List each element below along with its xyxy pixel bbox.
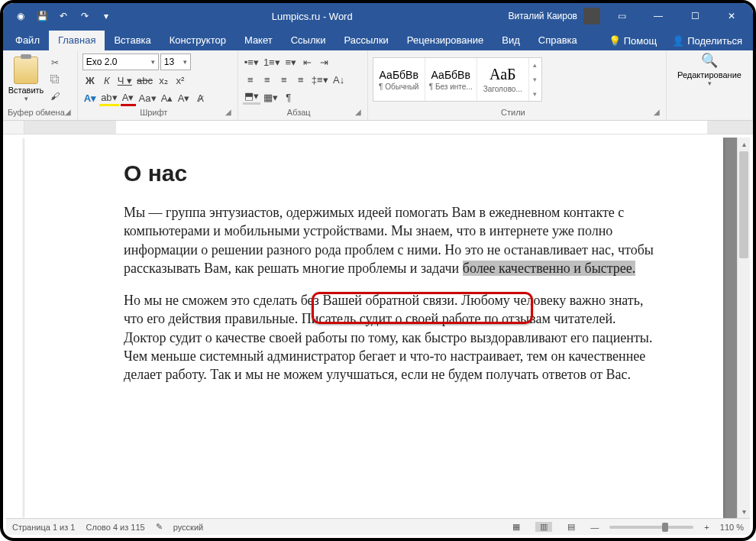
- copy-icon[interactable]: ⿻: [47, 73, 63, 86]
- text-effects-button[interactable]: A▾: [82, 91, 98, 106]
- styles-label: Стили: [501, 108, 525, 117]
- tell-me-label: Помощ: [624, 35, 657, 47]
- format-painter-icon[interactable]: 🖌: [47, 89, 63, 103]
- tab-layout[interactable]: Макет: [235, 31, 282, 50]
- clipboard-label: Буфер обмена: [8, 108, 65, 117]
- para-launcher-icon[interactable]: ◢: [355, 108, 361, 116]
- shrink-font-button[interactable]: A▾: [176, 91, 192, 106]
- print-layout-icon[interactable]: ▥: [535, 522, 552, 532]
- scroll-thumb[interactable]: [739, 151, 748, 258]
- font-color-button[interactable]: A▾: [121, 91, 136, 106]
- tab-view[interactable]: Вид: [493, 31, 529, 50]
- group-styles: АаБбВв ¶ Обычный АаБбВв ¶ Без инте... Аа…: [368, 50, 667, 120]
- maximize-icon[interactable]: ☐: [680, 3, 710, 29]
- ribbon-mode-icon[interactable]: ▭: [606, 3, 637, 29]
- tab-insert[interactable]: Вставка: [105, 31, 160, 50]
- clear-format-button[interactable]: A̷: [193, 91, 208, 106]
- scroll-up-icon[interactable]: ▴: [738, 138, 750, 151]
- subscript-button[interactable]: x₂: [156, 73, 171, 89]
- increase-indent-button[interactable]: ⇥: [317, 54, 332, 70]
- document-area: О нас Мы — группа энтузиастов, одержимых…: [6, 138, 750, 518]
- multilevel-button[interactable]: ≡▾: [283, 54, 299, 70]
- group-clipboard: Вставить ▾ ✂ ⿻ 🖌 Буфер обмена◢: [3, 50, 78, 120]
- tab-file[interactable]: Файл: [6, 31, 49, 50]
- web-layout-icon[interactable]: ▤: [563, 522, 580, 532]
- page[interactable]: О нас Мы — группа энтузиастов, одержимых…: [24, 138, 723, 518]
- style-nospacing[interactable]: АаБбВв ¶ Без инте...: [425, 58, 477, 101]
- style-gallery-more[interactable]: ▴▾▾: [529, 58, 541, 101]
- bold-button[interactable]: Ж: [82, 73, 98, 89]
- style-heading[interactable]: АаБ Заголово...: [477, 58, 529, 101]
- font-name-combo[interactable]: Exo 2.0▾: [82, 53, 159, 70]
- minimize-icon[interactable]: —: [643, 3, 674, 29]
- font-size-combo[interactable]: 13▾: [160, 53, 191, 70]
- italic-button[interactable]: К: [99, 73, 115, 89]
- decrease-indent-button[interactable]: ⇤: [300, 54, 315, 70]
- tab-help[interactable]: Справка: [529, 31, 586, 50]
- justify-button[interactable]: ≡: [293, 72, 309, 87]
- read-mode-icon[interactable]: ▦: [508, 522, 525, 532]
- scroll-down-icon[interactable]: ▾: [738, 505, 750, 518]
- paste-label: Вставить: [8, 86, 44, 95]
- align-center-button[interactable]: ≡: [260, 72, 275, 87]
- line-spacing-button[interactable]: ‡≡▾: [310, 72, 330, 87]
- user-area: Виталий Каиров ▭ — ☐ ✕: [508, 3, 747, 29]
- avatar[interactable]: [583, 8, 600, 24]
- status-language[interactable]: русский: [173, 523, 203, 532]
- zoom-slider[interactable]: [609, 526, 693, 529]
- redo-icon[interactable]: ↷: [75, 6, 95, 26]
- strike-button[interactable]: abc: [135, 73, 154, 89]
- align-left-button[interactable]: ≡: [243, 72, 258, 87]
- borders-button[interactable]: ▦▾: [262, 89, 279, 105]
- zoom-out-icon[interactable]: —: [590, 523, 599, 532]
- find-icon[interactable]: 🔍: [701, 52, 718, 69]
- cut-icon[interactable]: ✂: [47, 56, 63, 70]
- ruler[interactable]: [3, 121, 753, 134]
- doc-heading[interactable]: О нас: [124, 160, 654, 186]
- tab-references[interactable]: Ссылки: [282, 31, 335, 50]
- vertical-scrollbar[interactable]: ▴ ▾: [737, 138, 750, 518]
- style-gallery[interactable]: АаБбВв ¶ Обычный АаБбВв ¶ Без инте... Аа…: [373, 57, 542, 102]
- status-words[interactable]: Слово 4 из 115: [86, 523, 144, 532]
- highlight-button[interactable]: ab▾: [99, 91, 118, 106]
- status-bar: Страница 1 из 1 Слово 4 из 115 ✎ русский…: [6, 518, 750, 535]
- share-button[interactable]: 👤 Поделиться: [664, 31, 750, 50]
- doc-paragraph[interactable]: Но мы не сможем это сделать без Вашей об…: [124, 291, 654, 384]
- zoom-in-icon[interactable]: +: [704, 523, 709, 532]
- superscript-button[interactable]: x²: [173, 73, 188, 89]
- qat-dropdown-icon[interactable]: ▾: [96, 6, 116, 26]
- tell-me[interactable]: 💡 Помощ: [601, 31, 664, 50]
- style-sample: АаБбВв: [380, 69, 418, 81]
- quick-access-toolbar: ◉ 💾 ↶ ↷ ▾: [11, 6, 116, 26]
- editing-label[interactable]: Редактирование: [677, 70, 741, 79]
- autosave-icon[interactable]: ◉: [11, 6, 31, 26]
- user-name[interactable]: Виталий Каиров: [508, 11, 577, 21]
- shading-button[interactable]: ⬒▾: [243, 89, 260, 105]
- change-case-button[interactable]: Aa▾: [137, 91, 158, 106]
- underline-button[interactable]: Ч ▾: [116, 73, 134, 89]
- clipboard-launcher-icon[interactable]: ◢: [65, 108, 71, 116]
- status-page[interactable]: Страница 1 из 1: [12, 523, 75, 532]
- styles-launcher-icon[interactable]: ◢: [654, 108, 660, 116]
- zoom-level[interactable]: 110 %: [720, 523, 744, 532]
- proofing-icon[interactable]: ✎: [156, 522, 163, 532]
- paste-button[interactable]: Вставить ▾: [8, 57, 44, 102]
- bullets-button[interactable]: •≡▾: [243, 54, 260, 70]
- tab-home[interactable]: Главная: [49, 31, 105, 50]
- tab-review[interactable]: Рецензирование: [398, 31, 493, 50]
- style-normal[interactable]: АаБбВв ¶ Обычный: [373, 58, 425, 101]
- doc-paragraph[interactable]: Мы — группа энтузиастов, одержимых идеей…: [124, 203, 654, 277]
- selected-text[interactable]: более качественно и быстрее.: [463, 261, 636, 276]
- tab-design[interactable]: Конструктор: [160, 31, 235, 50]
- font-launcher-icon[interactable]: ◢: [225, 108, 231, 116]
- tab-mailings[interactable]: Рассылки: [334, 31, 397, 50]
- numbering-button[interactable]: 1≡▾: [262, 54, 282, 70]
- grow-font-button[interactable]: A▴: [160, 91, 175, 106]
- save-icon[interactable]: 💾: [32, 6, 52, 26]
- sort-button[interactable]: A↓: [331, 72, 347, 87]
- align-right-button[interactable]: ≡: [276, 72, 292, 87]
- close-icon[interactable]: ✕: [716, 3, 747, 29]
- show-marks-button[interactable]: ¶: [281, 89, 296, 105]
- undo-icon[interactable]: ↶: [53, 6, 73, 26]
- style-name: Заголово...: [483, 85, 522, 93]
